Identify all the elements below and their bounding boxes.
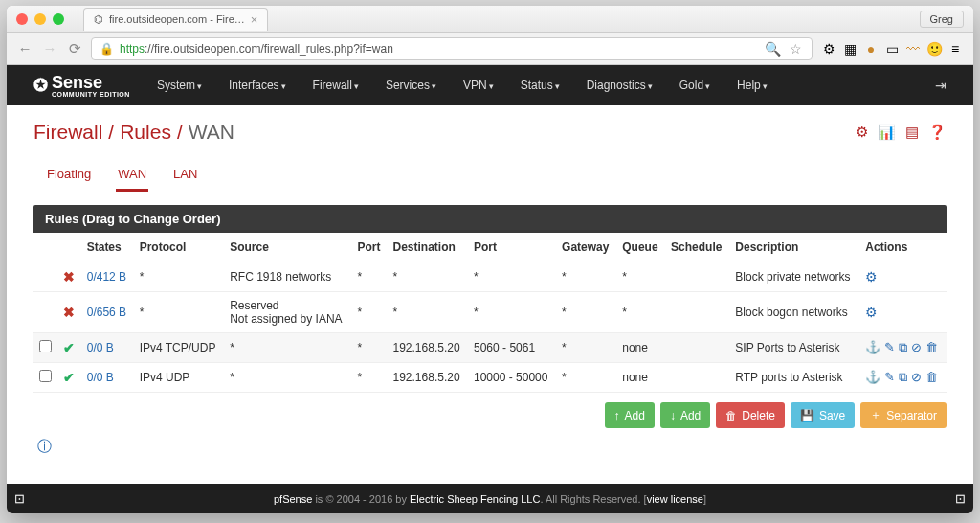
gear-icon[interactable]: ⚙ [865, 269, 878, 284]
log-icon[interactable]: ▤ [905, 124, 919, 141]
cell-sport: * [351, 333, 387, 363]
states-link[interactable]: 0/0 B [87, 341, 114, 354]
delete-button[interactable]: 🗑Delete [716, 402, 785, 428]
trash-icon[interactable]: 🗑 [925, 370, 938, 385]
tab-wan[interactable]: WAN [116, 159, 148, 192]
gear-icon[interactable]: ⚙ [865, 305, 878, 320]
separator-button[interactable]: ＋Separator [860, 402, 947, 428]
topnav-gold[interactable]: Gold▾ [668, 79, 722, 92]
browser-extensions: ⚙ ▦ ● ▭ 〰 🙂 ≡ [820, 41, 964, 57]
ext-icon-1[interactable]: ⚙ [820, 41, 837, 57]
ext-icon-3[interactable]: ● [862, 41, 880, 57]
logout-icon[interactable]: ⇥ [935, 78, 947, 93]
disable-icon[interactable]: ⊘ [911, 340, 922, 355]
table-row[interactable]: ✔0/0 BIPv4 UDP**192.168.5.2010000 - 5000… [33, 363, 947, 393]
trash-icon[interactable]: 🗑 [925, 340, 938, 355]
states-link[interactable]: 0/412 B [87, 270, 126, 284]
row-checkbox[interactable] [39, 340, 52, 352]
cell-dport: * [468, 262, 556, 292]
anchor-icon[interactable]: ⚓ [865, 370, 880, 385]
ext-icon-6[interactable]: 🙂 [925, 41, 943, 57]
app-logo[interactable]: ✪ Sense COMMUNITY EDITION [33, 73, 130, 98]
logo-icon: ✪ [33, 75, 48, 96]
footer-company[interactable]: Electric Sheep Fencing LLC [410, 493, 540, 505]
cell-gateway: * [556, 363, 616, 393]
copy-icon[interactable]: ⧉ [899, 340, 907, 355]
breadcrumb-sep: / [177, 121, 183, 144]
rules-table: States Protocol Source Port Destination … [33, 233, 947, 393]
cell-description: Block private networks [729, 262, 859, 292]
copy-icon[interactable]: ⧉ [899, 370, 907, 385]
cell-queue: none [616, 363, 665, 393]
tab-favicon: ⌬ [94, 13, 103, 26]
url-field[interactable]: 🔒 https ://fire.outsideopen.com/firewall… [91, 37, 813, 60]
topnav-services[interactable]: Services▾ [374, 79, 448, 92]
window-minimize-icon[interactable] [34, 13, 46, 25]
url-rest: ://fire.outsideopen.com/firewall_rules.p… [145, 42, 393, 56]
tab-floating[interactable]: Floating [45, 159, 93, 192]
nav-forward-icon[interactable]: → [41, 40, 58, 57]
topnav-help[interactable]: Help▾ [725, 79, 779, 92]
cell-gateway: * [556, 262, 616, 292]
ext-icon-4[interactable]: ▭ [883, 41, 901, 57]
cell-protocol: IPv4 TCP/UDP [134, 333, 225, 363]
footer-collapse-left-icon[interactable]: ⊡ [14, 491, 25, 506]
star-icon[interactable]: ☆ [787, 41, 804, 57]
footer-collapse-right-icon[interactable]: ⊡ [955, 491, 966, 506]
topnav-status[interactable]: Status▾ [509, 79, 571, 92]
edit-icon[interactable]: ✎ [884, 340, 895, 355]
topnav-firewall[interactable]: Firewall▾ [301, 79, 370, 92]
edit-icon[interactable]: ✎ [884, 370, 895, 385]
topnav-diagnostics[interactable]: Diagnostics▾ [575, 79, 664, 92]
ext-icon-2[interactable]: ▦ [841, 41, 858, 57]
arrow-down-icon: ↓ [670, 409, 676, 422]
stats-icon[interactable]: 📊 [878, 124, 896, 141]
cell-schedule [665, 333, 729, 363]
info-icon[interactable]: ⓘ [37, 438, 52, 456]
nav-back-icon[interactable]: ← [16, 40, 33, 57]
table-row[interactable]: ✖0/412 B*RFC 1918 networks*****Block pri… [33, 262, 947, 292]
cell-queue: * [616, 292, 665, 333]
states-link[interactable]: 0/0 B [87, 371, 114, 384]
logo-text: Sense [52, 73, 102, 92]
browser-profile[interactable]: Greg [920, 11, 964, 28]
anchor-icon[interactable]: ⚓ [865, 340, 880, 355]
breadcrumb-rules[interactable]: Rules [120, 121, 171, 144]
row-checkbox[interactable] [39, 370, 52, 382]
table-row[interactable]: ✔0/0 BIPv4 TCP/UDP**192.168.5.205060 - 5… [33, 333, 947, 363]
tab-lan[interactable]: LAN [171, 159, 199, 192]
app-topnav: ✪ Sense COMMUNITY EDITION System▾ Interf… [7, 65, 973, 105]
action-buttons: ↑Add ↓Add 🗑Delete 💾Save ＋Separator [33, 402, 947, 428]
browser-tab[interactable]: ⌬ fire.outsideopen.com - Fire… × [83, 8, 268, 31]
add-rule-top-button[interactable]: ↑Add [605, 402, 655, 428]
save-button[interactable]: 💾Save [791, 402, 855, 428]
nav-reload-icon[interactable]: ⟳ [66, 40, 83, 57]
block-icon: ✖ [63, 305, 75, 320]
breadcrumb-firewall[interactable]: Firewall [33, 121, 102, 144]
search-icon[interactable]: 🔍 [764, 41, 781, 57]
footer-license-link[interactable]: view license [647, 493, 703, 505]
tab-close-icon[interactable]: × [251, 12, 258, 27]
cell-sport: * [351, 363, 387, 393]
help-icon[interactable]: ❓ [928, 124, 947, 141]
table-row[interactable]: ✖0/656 B*ReservedNot assigned by IANA***… [33, 292, 947, 333]
disable-icon[interactable]: ⊘ [911, 370, 922, 385]
topnav-vpn[interactable]: VPN▾ [452, 79, 505, 92]
col-source: Source [224, 233, 351, 262]
cell-protocol: IPv4 UDP [134, 363, 225, 393]
window-zoom-icon[interactable] [53, 13, 64, 25]
topnav-interfaces[interactable]: Interfaces▾ [217, 79, 298, 92]
topnav-system[interactable]: System▾ [145, 79, 213, 92]
cell-description: RTP ports to Asterisk [729, 363, 859, 393]
app-footer: ⊡ pfSense is © 2004 - 2016 by Electric S… [7, 484, 973, 513]
window-close-icon[interactable] [16, 13, 28, 25]
settings-icon[interactable]: ⚙ [856, 124, 868, 141]
add-rule-bottom-button[interactable]: ↓Add [660, 402, 710, 428]
browser-menu-icon[interactable]: ≡ [947, 41, 964, 57]
block-icon: ✖ [63, 269, 75, 284]
col-protocol: Protocol [134, 233, 225, 262]
ext-icon-5[interactable]: 〰 [904, 41, 922, 57]
footer-brand[interactable]: pfSense [274, 493, 312, 505]
lock-icon: 🔒 [100, 42, 114, 56]
states-link[interactable]: 0/656 B [87, 306, 126, 319]
